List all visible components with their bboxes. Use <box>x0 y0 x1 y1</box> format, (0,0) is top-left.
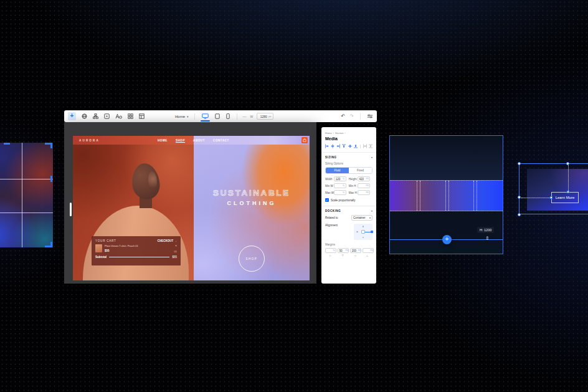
nav-contact[interactable]: CONTACT <box>213 139 229 142</box>
nav-about[interactable]: ABOUT <box>193 139 205 142</box>
media-strip[interactable] <box>390 180 503 211</box>
selection-handle-left[interactable] <box>518 196 521 199</box>
sizing-section-header[interactable]: SIZING▾ <box>325 156 372 159</box>
app-grid-icon[interactable] <box>128 113 133 119</box>
align-right-icon[interactable] <box>336 144 340 148</box>
breadcrumb-separator: › <box>333 131 334 135</box>
align-bottom-icon[interactable] <box>354 144 358 148</box>
section-artboard[interactable]: + H: 1200 ⇕ <box>389 135 503 254</box>
device-mobile-button[interactable] <box>225 110 231 122</box>
align-dot-top[interactable] <box>363 226 364 227</box>
max-h-field[interactable]: PX <box>358 190 370 195</box>
nav-shop[interactable]: SHOP <box>176 139 185 142</box>
margin-bottom-field[interactable]: PX <box>363 248 374 253</box>
subtotal-value: $55 <box>172 256 177 259</box>
canvas-width-input[interactable] <box>258 115 268 118</box>
site-map-icon[interactable] <box>93 113 98 119</box>
zoom-out-icon[interactable]: — <box>243 115 247 118</box>
cart-bag-button[interactable] <box>301 137 308 143</box>
margin-left-icon: ⊢ <box>325 254 336 257</box>
align-dot-right-active[interactable] <box>371 231 373 233</box>
align-dot-bottom[interactable] <box>363 237 364 239</box>
alignment-label: Alignment <box>325 224 338 227</box>
margin-left-field[interactable]: % <box>325 248 336 253</box>
cart-item-qty: 01 <box>174 250 177 253</box>
nav-home[interactable]: HOME <box>158 139 168 142</box>
docking-anchor-left[interactable] <box>550 196 552 199</box>
max-h-label: Max H <box>349 191 358 194</box>
site-nav: HOME SHOP ABOUT CONTACT <box>158 139 229 142</box>
column-guide <box>473 181 474 211</box>
page-selector[interactable]: Home▾ <box>175 115 189 118</box>
breadcrumb-section[interactable]: Section <box>335 131 343 135</box>
canvas-handle-left[interactable] <box>70 203 72 216</box>
resize-vertical-handle[interactable]: ⇕ <box>485 236 490 241</box>
selection-bracket[interactable] <box>50 143 52 148</box>
margin-top-field[interactable]: PX <box>338 248 349 253</box>
column-guide <box>420 181 420 211</box>
stretch-vertical-icon[interactable] <box>369 144 372 148</box>
divider <box>237 113 237 120</box>
height-field[interactable]: PX <box>358 176 370 181</box>
scale-proportionally-checkbox[interactable]: ✓ <box>325 198 329 202</box>
device-desktop-button[interactable] <box>201 110 210 122</box>
margin-right-field[interactable]: PX <box>350 248 361 253</box>
align-center-v-icon[interactable] <box>348 144 352 148</box>
alignment-widget[interactable] <box>354 224 372 240</box>
site-logo[interactable]: AURORA <box>79 139 100 142</box>
undo-button[interactable]: ↶ <box>341 113 346 119</box>
fixed-option[interactable]: Fixed <box>349 168 372 173</box>
docking-anchor-top[interactable] <box>567 191 569 193</box>
adjust-sliders-icon[interactable] <box>367 113 373 119</box>
breadcrumb-home[interactable]: Home <box>325 131 332 135</box>
min-w-field[interactable]: % <box>334 183 346 188</box>
docking-section-header[interactable]: DOCKING▾ <box>325 209 372 213</box>
width-field[interactable]: % <box>334 176 346 181</box>
related-to-label: Related to <box>325 216 338 219</box>
size-fields: Width % Height PX Min W % Min H PX Max W… <box>325 176 372 195</box>
device-tablet-button[interactable] <box>214 110 221 122</box>
max-w-field[interactable]: % <box>334 190 346 195</box>
docking-guide-vertical <box>568 165 569 192</box>
selection-handle-bottom-left[interactable] <box>518 213 521 216</box>
learn-more-button[interactable]: Learn More <box>551 192 579 203</box>
column-guide <box>445 181 446 211</box>
shop-button[interactable]: SHOP <box>239 246 265 272</box>
cart-item-name: Plain Unisex T-shirt- Peach 01 <box>105 244 138 247</box>
checkout-link[interactable]: CHECKOUT → <box>158 239 177 242</box>
min-h-field[interactable]: PX <box>358 183 370 188</box>
align-top-icon[interactable] <box>342 144 346 148</box>
desktop-background: + Home▾ <box>0 0 588 392</box>
column-guide <box>448 181 449 211</box>
align-left-icon[interactable] <box>325 144 329 148</box>
site-globe-icon[interactable] <box>82 113 87 119</box>
selection-bracket[interactable] <box>50 242 52 247</box>
canvas-width-field[interactable]: px <box>257 113 273 120</box>
add-section-button[interactable]: + <box>442 235 452 244</box>
text-typography-icon[interactable] <box>115 113 122 119</box>
left-artboard-section[interactable] <box>0 143 53 247</box>
fluid-option[interactable]: Fluid <box>326 168 349 173</box>
remove-item-icon[interactable]: × <box>174 244 177 247</box>
selection-frame[interactable]: Learn More <box>519 163 588 214</box>
margin-top-icon: ⊤ <box>338 254 349 257</box>
column-guide <box>477 181 477 211</box>
section-icon[interactable] <box>104 113 110 119</box>
align-center-h-icon[interactable] <box>331 144 334 148</box>
site-header: AURORA HOME SHOP ABOUT CONTACT <box>73 136 310 145</box>
layout-table-icon[interactable] <box>139 113 145 119</box>
add-element-button[interactable]: + <box>68 112 76 120</box>
redo-button[interactable]: ↷ <box>349 113 354 119</box>
selection-bracket[interactable] <box>4 143 10 145</box>
sizing-mode-toggle: Fluid Fixed <box>325 167 372 174</box>
selection-handle-right[interactable] <box>50 176 52 182</box>
stretch-horizontal-icon[interactable] <box>363 144 367 148</box>
cart-overlay: YOUR CART CHECKOUT → Plain Unisex T-shir… <box>92 236 181 265</box>
selection-handle-top-left[interactable] <box>518 162 521 165</box>
hero-title: SUSTAINABLE CLOTHING <box>194 188 310 206</box>
related-to-dropdown[interactable]: Container▾ <box>351 215 372 221</box>
align-dot-left[interactable] <box>356 231 358 233</box>
editor-canvas: AURORA HOME SHOP ABOUT CONTACT SUSTAI <box>64 122 316 284</box>
selected-card[interactable] <box>527 169 588 211</box>
selection-handle-top[interactable] <box>566 162 569 165</box>
